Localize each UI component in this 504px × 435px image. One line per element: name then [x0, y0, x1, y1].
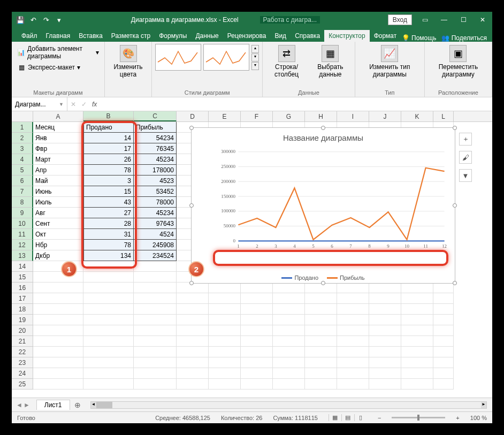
chart-styles-button[interactable]: 🖌 — [459, 151, 472, 164]
cell[interactable] — [177, 315, 209, 325]
cell[interactable] — [83, 315, 134, 325]
cell[interactable]: 4523 — [134, 175, 177, 186]
row-header-19[interactable]: 19 — [12, 315, 33, 325]
cell[interactable] — [33, 325, 83, 336]
row-header-13[interactable]: 13 — [12, 250, 33, 261]
cell[interactable] — [337, 325, 369, 336]
cell[interactable] — [273, 347, 305, 357]
cell[interactable] — [241, 368, 273, 379]
row-header-10[interactable]: 10 — [12, 218, 33, 229]
cell[interactable] — [241, 347, 273, 357]
cell[interactable] — [337, 379, 369, 390]
cell[interactable]: Март — [33, 154, 83, 165]
row-header-14[interactable]: 14 — [12, 261, 33, 272]
cell[interactable] — [305, 293, 337, 304]
cell[interactable]: 45234 — [134, 208, 177, 218]
cell[interactable]: Нбр — [33, 240, 83, 250]
cell[interactable] — [433, 315, 454, 325]
cell[interactable] — [305, 304, 337, 315]
row-header-8[interactable]: 8 — [12, 197, 33, 208]
minimize-icon[interactable]: — — [434, 12, 454, 28]
move-chart-button[interactable]: ▣ Переместить диаграмму — [428, 44, 488, 79]
cell[interactable] — [83, 379, 134, 390]
cell[interactable] — [305, 315, 337, 325]
cell[interactable] — [305, 347, 337, 357]
cell[interactable] — [177, 293, 209, 304]
col-header-I[interactable]: I — [337, 111, 369, 121]
gallery-down-icon[interactable]: ▾ — [251, 54, 259, 62]
view-page-layout-icon[interactable]: ▤ — [341, 414, 354, 421]
cell[interactable] — [83, 357, 134, 368]
tab-review[interactable]: Рецензирова — [223, 30, 271, 42]
cell[interactable]: Июль — [33, 197, 83, 208]
cell[interactable] — [273, 336, 305, 347]
add-sheet-button[interactable]: ⊕ — [70, 401, 85, 409]
change-colors-button[interactable]: 🎨 Изменить цвета — [108, 44, 148, 79]
cell[interactable] — [33, 272, 83, 283]
cell[interactable] — [209, 379, 241, 390]
col-header-J[interactable]: J — [369, 111, 401, 121]
cell[interactable]: 78 — [83, 240, 134, 250]
cell[interactable]: Прибыль — [134, 122, 177, 133]
row-header-1[interactable]: 1 — [12, 122, 33, 133]
cell[interactable] — [83, 347, 134, 357]
cell[interactable]: Апр — [33, 165, 83, 175]
cell[interactable] — [209, 347, 241, 357]
row-header-2[interactable]: 2 — [12, 133, 33, 143]
share-button[interactable]: 👥 Поделиться — [441, 34, 487, 42]
tab-home[interactable]: Главная — [42, 30, 75, 42]
row-header-23[interactable]: 23 — [12, 357, 33, 368]
cell[interactable]: 134 — [83, 250, 134, 261]
cell[interactable] — [209, 293, 241, 304]
row-header-25[interactable]: 25 — [12, 379, 33, 390]
cell[interactable]: 97643 — [134, 218, 177, 229]
cell[interactable] — [209, 357, 241, 368]
view-page-break-icon[interactable]: ▯ — [354, 414, 367, 421]
cell[interactable] — [273, 304, 305, 315]
cell[interactable]: 4524 — [134, 229, 177, 240]
cell[interactable] — [433, 325, 454, 336]
select-data-button[interactable]: ▦ Выбрать данные — [309, 44, 352, 79]
chart-plot-area[interactable]: 0500001000001500002000002500003000001234… — [217, 146, 447, 256]
col-header-G[interactable]: G — [273, 111, 305, 121]
cell[interactable] — [134, 325, 177, 336]
cell[interactable] — [83, 304, 134, 315]
row-header-20[interactable]: 20 — [12, 325, 33, 336]
cell[interactable] — [337, 315, 369, 325]
tab-format[interactable]: Формат — [370, 30, 401, 42]
col-header-L[interactable]: L — [433, 111, 454, 121]
cell[interactable]: 28 — [83, 218, 134, 229]
cell[interactable] — [337, 368, 369, 379]
row-header-18[interactable]: 18 — [12, 304, 33, 315]
cell[interactable] — [134, 336, 177, 347]
cell[interactable] — [134, 272, 177, 283]
cell[interactable]: 27 — [83, 208, 134, 218]
add-chart-element-button[interactable]: 📊 Добавить элемент диаграммы▾ — [15, 44, 101, 61]
cell[interactable] — [369, 379, 401, 390]
maximize-icon[interactable]: ☐ — [454, 12, 473, 28]
chart-style-1[interactable] — [155, 44, 201, 71]
save-icon[interactable]: 💾 — [16, 16, 25, 24]
confirm-icon[interactable]: ✓ — [81, 101, 87, 108]
col-header-B[interactable]: B — [83, 111, 134, 121]
select-all-corner[interactable] — [12, 111, 33, 121]
cell[interactable] — [241, 315, 273, 325]
worksheet-grid[interactable]: A B C D E F G H I J K L 1МесяцПроданоПри… — [12, 111, 492, 398]
cell[interactable] — [273, 368, 305, 379]
zoom-out-icon[interactable]: − — [378, 415, 381, 421]
row-header-16[interactable]: 16 — [12, 283, 33, 293]
embedded-chart[interactable]: Название диаграммы 050000100000150000200… — [191, 127, 455, 284]
cell[interactable] — [209, 283, 241, 293]
cell[interactable] — [83, 293, 134, 304]
cell[interactable] — [369, 368, 401, 379]
col-header-D[interactable]: D — [177, 111, 209, 121]
cell[interactable] — [134, 293, 177, 304]
fx-icon[interactable]: fx — [92, 101, 97, 108]
cell[interactable] — [273, 293, 305, 304]
cell[interactable] — [241, 293, 273, 304]
cell[interactable] — [134, 379, 177, 390]
tab-data[interactable]: Данные — [191, 30, 223, 42]
cell[interactable] — [33, 347, 83, 357]
row-header-11[interactable]: 11 — [12, 229, 33, 240]
cell[interactable] — [209, 336, 241, 347]
